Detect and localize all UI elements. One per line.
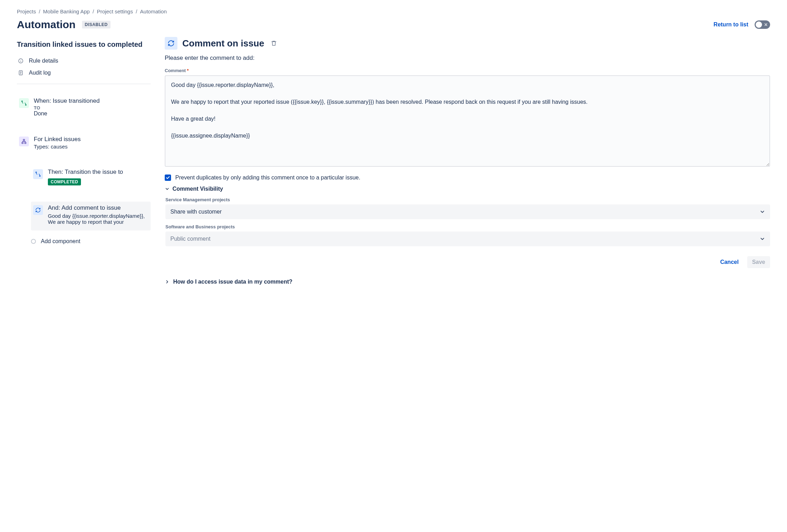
visibility-sm-select[interactable]: Share with customer [165, 204, 770, 219]
status-chip: COMPLETED [48, 178, 81, 185]
breadcrumb-item: Automation [140, 8, 167, 14]
svg-rect-4 [23, 139, 25, 140]
trash-icon [271, 40, 277, 46]
page-title: Automation [17, 19, 76, 31]
breadcrumb: Projects/ Mobile Banking App/ Project se… [17, 8, 770, 14]
sidebar-item-audit-log[interactable]: Audit log [17, 67, 151, 79]
rule-node-value: Types: causes [34, 144, 149, 150]
transition-icon [33, 169, 43, 179]
rule-node-trigger[interactable]: When: Issue transitioned TO Done [17, 95, 151, 122]
chevron-down-icon [760, 209, 765, 215]
return-to-list-link[interactable]: Return to list [713, 21, 748, 28]
rule-node-branch[interactable]: For Linked issues Types: causes [17, 133, 151, 155]
add-component-label: Add component [41, 238, 80, 245]
rule-node-title: When: Issue transitioned [34, 97, 149, 104]
rule-node-action-comment[interactable]: And: Add comment to issue Good day {{iss… [31, 202, 151, 230]
close-icon [764, 23, 768, 27]
visibility-sw-label: Software and Business projects [165, 224, 770, 229]
chevron-right-icon [165, 279, 170, 284]
prevent-duplicates-checkbox[interactable]: Prevent duplicates by only adding this c… [165, 175, 770, 181]
comment-visibility-toggle[interactable]: Comment Visibility [165, 186, 770, 192]
save-button[interactable]: Save [747, 256, 770, 268]
breadcrumb-item[interactable]: Projects [17, 8, 36, 14]
checkbox-label: Prevent duplicates by only adding this c… [175, 175, 360, 181]
breadcrumb-item[interactable]: Mobile Banking App [43, 8, 90, 14]
sidebar-item-label: Rule details [29, 58, 58, 64]
checkbox-checked-icon [165, 175, 171, 181]
component-lead: Please enter the comment to add: [165, 55, 770, 62]
document-icon [18, 70, 24, 76]
hint-label: How do I access issue data in my comment… [173, 279, 292, 285]
select-value: Public comment [170, 236, 210, 242]
branch-icon [19, 137, 29, 146]
rule-node-title: For Linked issues [34, 136, 149, 143]
rule-node-title: Then: Transition the issue to [48, 169, 149, 176]
info-icon [18, 58, 24, 64]
delete-component-button[interactable] [269, 39, 278, 48]
chevron-down-icon [165, 186, 170, 191]
data-access-hint-toggle[interactable]: How do I access issue data in my comment… [165, 279, 770, 285]
rule-enabled-toggle[interactable] [755, 20, 770, 29]
sidebar-item-rule-details[interactable]: Rule details [17, 55, 151, 67]
status-badge: DISABLED [82, 21, 111, 28]
chevron-down-icon [760, 236, 765, 242]
svg-point-3 [25, 104, 26, 106]
rule-node-preview: Good day {{issue.reporter.displayName}},… [48, 213, 149, 225]
breadcrumb-item[interactable]: Project settings [97, 8, 133, 14]
svg-point-8 [39, 176, 40, 177]
svg-point-2 [21, 101, 23, 102]
rule-node-value: Done [34, 110, 149, 117]
visibility-sm-label: Service Management projects [165, 197, 770, 202]
trigger-icon [19, 98, 29, 108]
rule-node-action-transition[interactable]: Then: Transition the issue to COMPLETED [31, 166, 151, 191]
rule-node-sub: TO [34, 105, 149, 110]
select-value: Share with customer [170, 209, 222, 215]
component-title: Comment on issue [182, 38, 264, 49]
comment-visibility-label: Comment Visibility [172, 186, 223, 192]
rule-name: Transition linked issues to completed [17, 40, 151, 49]
svg-point-7 [36, 172, 37, 173]
comment-textarea[interactable] [165, 75, 770, 167]
add-circle-icon [31, 239, 36, 244]
required-indicator: * [187, 68, 189, 73]
rule-node-title: And: Add comment to issue [48, 204, 149, 211]
comment-component-icon [165, 37, 177, 50]
visibility-sw-select[interactable]: Public comment [165, 232, 770, 246]
refresh-icon [33, 205, 43, 215]
sidebar-item-label: Audit log [29, 70, 51, 76]
cancel-button[interactable]: Cancel [715, 256, 743, 268]
comment-field-label: Comment* [165, 68, 770, 73]
svg-rect-6 [25, 142, 26, 144]
svg-rect-5 [22, 142, 23, 144]
add-component-button[interactable]: Add component [31, 238, 151, 245]
